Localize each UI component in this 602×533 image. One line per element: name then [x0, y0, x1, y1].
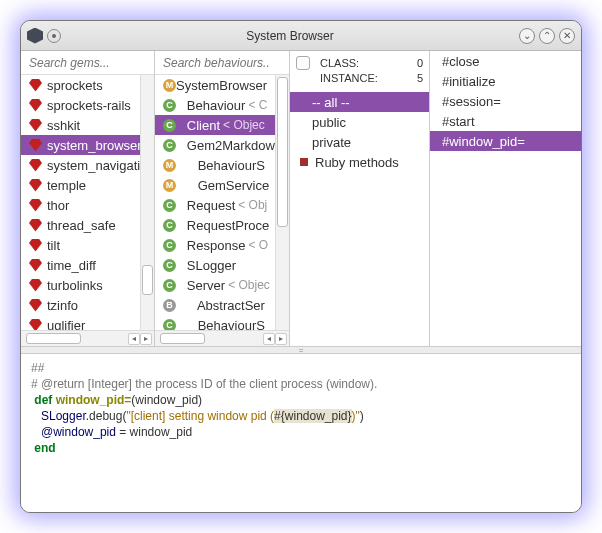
behaviour-label: SLogger	[176, 258, 236, 273]
behaviour-item[interactable]: B AbstractSer	[155, 295, 289, 315]
splitter-handle[interactable]: =	[21, 346, 581, 354]
code-keyword: def	[34, 393, 52, 407]
gem-item[interactable]: thread_safe	[21, 215, 154, 235]
browser-columns: sprocketssprockets-railssshkitsystem_bro…	[21, 51, 581, 346]
gem-item[interactable]: system_browser	[21, 135, 154, 155]
superclass-label: < O	[248, 238, 268, 252]
gem-item[interactable]: system_navigatio	[21, 155, 154, 175]
scroll-left-icon[interactable]: ◂	[128, 333, 140, 345]
class-label: CLASS:	[320, 57, 417, 69]
gems-list[interactable]: sprocketssprockets-railssshkitsystem_bro…	[21, 75, 154, 330]
gem-item[interactable]: thor	[21, 195, 154, 215]
maximize-button[interactable]: ⌃	[539, 28, 555, 44]
ruby-icon	[29, 259, 42, 272]
scrollbar-horizontal[interactable]: ◂ ▸	[155, 330, 289, 346]
ruby-icon	[29, 219, 42, 232]
superclass-label: < C	[248, 98, 267, 112]
method-item[interactable]: #session=	[430, 91, 581, 111]
visibility-filter[interactable]: public	[290, 112, 429, 132]
gem-item[interactable]: sshkit	[21, 115, 154, 135]
behaviour-label: Server	[176, 278, 225, 293]
app-icon	[27, 28, 43, 44]
gem-label: sprockets-rails	[47, 98, 131, 113]
superclass-label: < Objec	[223, 118, 265, 132]
behaviour-item[interactable]: C RequestProce	[155, 215, 289, 235]
gem-item[interactable]: sprockets	[21, 75, 154, 95]
visibility-filter[interactable]: private	[290, 132, 429, 152]
ruby-icon	[29, 299, 42, 312]
behaviour-item[interactable]: MSystemBrowser	[155, 75, 289, 95]
behaviour-item[interactable]: C Client < Objec	[155, 115, 289, 135]
gem-item[interactable]: tzinfo	[21, 295, 154, 315]
code-comment: # @return [Integer] the process ID of th…	[31, 377, 377, 391]
close-button[interactable]: ✕	[559, 28, 575, 44]
kind-icon: M	[163, 179, 176, 192]
scroll-right-icon[interactable]: ▸	[275, 333, 287, 345]
category-icon	[300, 158, 308, 166]
filters-column: CLASS: 0 INSTANCE: 5 -- all --publicpriv…	[290, 51, 430, 346]
code-params: (window_pid)	[131, 393, 202, 407]
behaviour-label: BehaviourS	[176, 158, 265, 173]
behaviours-list[interactable]: MSystemBrowserC Behaviour < CC Client < …	[155, 75, 289, 330]
kind-icon: C	[163, 239, 176, 252]
category-item[interactable]: Ruby methods	[290, 152, 429, 172]
behaviour-item[interactable]: C SLogger	[155, 255, 289, 275]
gem-item[interactable]: tilt	[21, 235, 154, 255]
gem-label: system_navigatio	[47, 158, 147, 173]
gem-item[interactable]: turbolinks	[21, 275, 154, 295]
method-item[interactable]: #close	[430, 51, 581, 71]
methods-list[interactable]: #close#initialize#session=#start#window_…	[430, 51, 581, 346]
behaviour-item[interactable]: C Server < Objec	[155, 275, 289, 295]
gem-label: time_diff	[47, 258, 96, 273]
method-item[interactable]: #initialize	[430, 71, 581, 91]
behaviour-item[interactable]: C Request < Obj	[155, 195, 289, 215]
scrollbar-vertical[interactable]	[275, 75, 289, 330]
behaviour-item[interactable]: M BehaviourS	[155, 155, 289, 175]
gem-label: thor	[47, 198, 69, 213]
gem-item[interactable]: uglifier	[21, 315, 154, 330]
kind-icon: M	[163, 159, 176, 172]
scrollbar-horizontal[interactable]: ◂ ▸	[21, 330, 154, 346]
behaviour-item[interactable]: M GemService	[155, 175, 289, 195]
minimize-button[interactable]: ⌄	[519, 28, 535, 44]
class-count: 0	[417, 57, 423, 69]
search-behaviours-input[interactable]	[155, 51, 289, 75]
behaviour-item[interactable]: C BehaviourS	[155, 315, 289, 330]
visibility-filter[interactable]: -- all --	[290, 92, 429, 112]
method-item[interactable]: #start	[430, 111, 581, 131]
code-pane[interactable]: ## # @return [Integer] the process ID of…	[21, 354, 581, 513]
gem-label: sshkit	[47, 118, 80, 133]
code-const: SLogger	[41, 409, 86, 423]
scroll-left-icon[interactable]: ◂	[263, 333, 275, 345]
gem-item[interactable]: time_diff	[21, 255, 154, 275]
gem-item[interactable]: sprockets-rails	[21, 95, 154, 115]
search-gems-input[interactable]	[21, 51, 154, 75]
scrollbar-vertical[interactable]	[140, 75, 154, 330]
kind-icon: C	[163, 219, 176, 232]
ruby-icon	[29, 319, 42, 331]
pin-button[interactable]	[47, 29, 61, 43]
scroll-right-icon[interactable]: ▸	[140, 333, 152, 345]
class-methods-checkbox[interactable]	[296, 56, 310, 70]
kind-icon: C	[163, 279, 176, 292]
behaviours-column: MSystemBrowserC Behaviour < CC Client < …	[155, 51, 290, 346]
gem-item[interactable]: temple	[21, 175, 154, 195]
gem-label: system_browser	[47, 138, 142, 153]
window-title: System Browser	[65, 29, 515, 43]
behaviour-item[interactable]: C Behaviour < C	[155, 95, 289, 115]
behaviour-label: RequestProce	[176, 218, 269, 233]
gem-label: uglifier	[47, 318, 85, 331]
instance-label: INSTANCE:	[320, 72, 417, 84]
gem-label: turbolinks	[47, 278, 103, 293]
ruby-icon	[29, 159, 42, 172]
behaviour-item[interactable]: C Response < O	[155, 235, 289, 255]
visibility-filter-list[interactable]: -- all --publicprivateRuby methods	[290, 92, 429, 346]
code-method-name: window_pid=	[56, 393, 132, 407]
behaviour-item[interactable]: C Gem2Markdow	[155, 135, 289, 155]
kind-icon: C	[163, 139, 176, 152]
behaviour-label: GemService	[176, 178, 269, 193]
code-comment: ##	[31, 361, 44, 375]
behaviour-label: SystemBrowser	[176, 78, 267, 93]
method-item[interactable]: #window_pid=	[430, 131, 581, 151]
gem-label: tzinfo	[47, 298, 78, 313]
